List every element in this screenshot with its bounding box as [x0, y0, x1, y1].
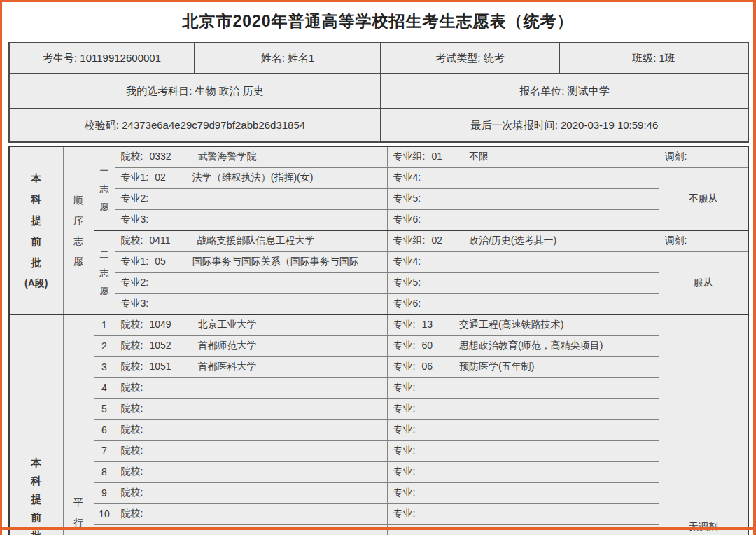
registration-unit-cell: 报名单位: 测试中学: [381, 74, 748, 109]
s2-school-cell: 院校:1049北京工业大学: [115, 314, 387, 335]
b1-adjust-value: 不服从: [689, 193, 718, 204]
major-name: 交通工程(高速铁路技术): [459, 319, 564, 330]
b2-rank-char: 志: [100, 268, 109, 277]
s2-row-number: 2: [94, 335, 115, 356]
s2-school-cell: 院校:: [115, 440, 387, 461]
selected-subjects-text: 我的选考科目: 生物 政治 历史: [126, 85, 264, 97]
school-name: 首都医科大学: [198, 361, 257, 372]
b1-group-cell: 专业组:01不限: [387, 146, 659, 167]
page-border-left: [0, 0, 2, 535]
major-label: 专业:: [393, 319, 416, 330]
page-border-bottom: [0, 527, 756, 530]
s1-b2-row4: 专业3: 专业6:: [9, 293, 748, 314]
s2-row-6: 6 院校: 专业:: [9, 419, 748, 440]
s1-order-label: 顺 序 志 愿: [64, 195, 93, 266]
school-label: 院校:: [121, 466, 144, 477]
school-label: 院校:: [121, 319, 144, 330]
b1-major4-cell: 专业4:: [387, 167, 659, 188]
exam-no-cell: 考生号: 10119912600001: [9, 43, 195, 74]
s1-order-char: 志: [74, 236, 83, 246]
s2-row-number: 5: [94, 398, 115, 419]
s1-batch-char: 本: [31, 173, 41, 183]
s2-row-number: 3: [94, 356, 115, 377]
s2-major-cell: 专业:13交通工程(高速铁路技术): [387, 314, 659, 335]
b2-rank-label: 二 志 愿: [95, 250, 114, 296]
s1-b2-row1: 二 志 愿 院校:0411战略支援部队信息工程大学 专业组:02政治/历史(选考…: [9, 230, 748, 251]
major-label: 专业:: [393, 340, 416, 351]
s1-order-header-cell: 顺 序 志 愿: [63, 146, 94, 314]
s2-major-cell: 专业:: [387, 503, 659, 524]
b2-major6-cell: 专业6:: [387, 293, 659, 314]
b1-major2-cell: 专业2:: [115, 188, 387, 209]
b2-group-label: 专业组:: [393, 235, 426, 246]
page-border-right: [753, 0, 756, 535]
b2-adjust-label-cell: 调剂:: [659, 230, 748, 251]
b2-rank-cell: 二 志 愿: [94, 230, 115, 314]
b2-major2-cell: 专业2:: [115, 272, 387, 293]
b2-school-cell: 院校:0411战略支援部队信息工程大学: [115, 230, 387, 251]
school-code: 1051: [149, 361, 171, 372]
volunteer-table: 本 科 提 前 批 (A段) 顺 序 志 愿 一 志: [8, 146, 749, 535]
s2-row-1: 本 科 提 前 批 平 行 1 院校:1049北京工业大学 专业:13交通工程(…: [9, 314, 748, 335]
s2-major-cell: 专业:60思想政治教育(师范，高精尖项目): [387, 335, 659, 356]
s2-major-cell: 专业:: [387, 419, 659, 440]
b1-major5-cell: 专业5:: [387, 188, 659, 209]
b2-major1-cell: 专业1:05国际事务与国际关系（国际事务与国际: [115, 251, 387, 272]
s2-major-cell: 专业:: [387, 377, 659, 398]
major-label: 专业:: [393, 466, 416, 477]
s1-order-char: 愿: [74, 256, 83, 266]
s2-school-cell: 院校:: [115, 398, 387, 419]
s2-order-char: 行: [74, 517, 83, 527]
last-filled-time-text: 最后一次填报时间: 2020-03-19 10:59:46: [471, 119, 659, 131]
s2-batch-char: 科: [31, 475, 41, 486]
s2-major-cell: 专业:: [387, 482, 659, 503]
row-number-text: 10: [99, 508, 110, 520]
major-code: 06: [421, 361, 433, 372]
b2-school-label: 院校:: [121, 235, 144, 246]
school-label: 院校:: [121, 424, 144, 435]
volunteer-form-page: 北京市2020年普通高等学校招生考生志愿表（统考） 考生号: 101199126…: [0, 0, 756, 535]
s2-row-7: 7 院校: 专业:: [9, 440, 748, 461]
b2-major6-label: 专业6:: [393, 298, 421, 309]
b2-group-name: 政治/历史(选考其一): [469, 235, 556, 246]
s2-row-3: 3 院校:1051首都医科大学 专业:06预防医学(五年制): [9, 356, 748, 377]
s2-row-10: 10 院校: 专业:: [9, 503, 748, 524]
candidate-name-text: 姓名: 姓名1: [261, 52, 315, 64]
s2-batch-char: 提: [31, 494, 41, 504]
b1-major3-cell: 专业3:: [115, 209, 387, 230]
s1-b1-row1: 本 科 提 前 批 (A段) 顺 序 志 愿 一 志: [9, 146, 748, 167]
exam-type-text: 考试类型: 统考: [435, 52, 504, 64]
s2-major-cell: 专业:: [387, 398, 659, 419]
s2-batch-char: 批: [31, 530, 41, 535]
s2-row-number: 6: [94, 419, 115, 440]
b2-rank-char: 二: [100, 250, 109, 259]
s2-batch-label: 本 科 提 前 批: [10, 457, 63, 535]
b2-school-name: 战略支援部队信息工程大学: [197, 235, 315, 246]
s1-batch-header-cell: 本 科 提 前 批 (A段): [9, 146, 63, 314]
s2-row-number: 9: [94, 482, 115, 503]
b2-school-code: 0411: [149, 235, 170, 246]
s2-order-header-cell: 平 行: [63, 314, 94, 535]
school-label: 院校:: [121, 445, 144, 456]
b2-major3-cell: 专业3:: [115, 293, 387, 314]
school-label: 院校:: [121, 487, 144, 498]
s2-row-number: 10: [94, 503, 115, 524]
s1-batch-label: 本 科 提 前 批 (A段): [10, 173, 62, 288]
b2-adjust-value: 服从: [694, 277, 713, 288]
b2-rank-char: 愿: [100, 286, 109, 296]
s2-row-number: 1: [94, 314, 115, 335]
s1-b1-row4: 专业3: 专业6:: [9, 209, 748, 230]
b1-major1-cell: 专业1:02法学（维权执法）(指挥)(女): [115, 167, 387, 188]
major-code: 60: [421, 340, 433, 351]
school-label: 院校:: [121, 340, 144, 351]
row-number-text: 4: [102, 382, 107, 394]
s2-school-cell: 院校:1052首都师范大学: [115, 335, 387, 356]
s1-b2-row2: 专业1:05国际事务与国际关系（国际事务与国际 专业4: 服从: [9, 251, 748, 272]
s2-row-5: 5 院校: 专业:: [9, 398, 748, 419]
s1-b1-row2: 专业1:02法学（维权执法）(指挥)(女) 专业4: 不服从: [9, 167, 748, 188]
row-number-text: 7: [102, 445, 107, 457]
major-label: 专业:: [393, 403, 416, 414]
info-row-3: 校验码: 24373e6a4e29c79d97bf2abb26d31854 最后…: [9, 109, 748, 142]
b1-major1-label: 专业1:: [121, 172, 149, 183]
s2-row-8: 8 院校: 专业:: [9, 461, 748, 482]
